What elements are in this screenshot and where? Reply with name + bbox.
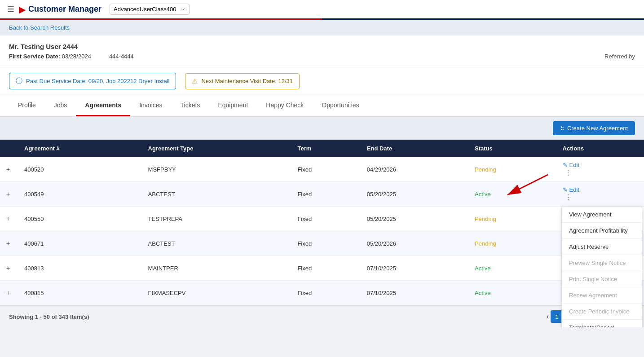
- agreement-num-cell: 400549: [18, 182, 142, 207]
- pagination-bar: Showing 1 - 50 of 343 Item(s) ‹ 1 2 3 4 …: [0, 305, 644, 327]
- col-end-date: End Date: [361, 140, 468, 157]
- first-service-value: 03/28/2024: [62, 53, 91, 60]
- create-new-agreement-button[interactable]: ⠷ Create New Agreement: [553, 121, 635, 135]
- edit-icon: ✎: [563, 186, 568, 193]
- info-icon: ⓘ: [16, 77, 22, 85]
- back-to-search-link[interactable]: Back to Search Results: [9, 24, 70, 31]
- customer-info-section: Mr. Testing User 2444 First Service Date…: [0, 35, 644, 67]
- customer-details-row: First Service Date: 03/28/2024 444-4444 …: [9, 53, 635, 60]
- expand-cell: +: [0, 281, 18, 305]
- of-label: of: [52, 313, 59, 320]
- hamburger-menu[interactable]: ☰: [7, 4, 14, 14]
- table-row: + 400813 MAINTPER Fixed 07/10/2025 Activ…: [0, 256, 644, 281]
- agreement-num-cell: 400813: [18, 256, 142, 281]
- status-cell: Pending: [468, 231, 556, 256]
- term-cell: Fixed: [291, 207, 360, 231]
- context-menu-item-create-periodic-invoice: Create Periodic Invoice: [562, 304, 642, 320]
- expand-button[interactable]: +: [6, 264, 10, 272]
- context-menu-item-terminate-cancel[interactable]: Terminate/Cancel: [562, 320, 642, 327]
- next-maintenance-alert: ⚠ Next Maintenance Visit Date: 12/31: [185, 73, 300, 89]
- end-date-cell: 05/20/2025: [361, 182, 468, 207]
- tab-opportunities[interactable]: Opportunities: [313, 95, 368, 116]
- expand-button[interactable]: +: [6, 215, 10, 222]
- total-value: 343: [59, 313, 69, 320]
- referred-by: Referred by: [604, 53, 635, 60]
- status-cell: Active: [468, 281, 556, 305]
- col-term: Term: [291, 140, 360, 157]
- col-agreement-type: Agreement Type: [142, 140, 291, 157]
- context-menu: View Agreement Agreement Profitability A…: [561, 206, 642, 327]
- expand-cell: +: [0, 256, 18, 281]
- agreement-type-cell: ABCTEST: [142, 231, 291, 256]
- agreement-num-cell: 400520: [18, 157, 142, 182]
- agreement-type-cell: MAINTPER: [142, 256, 291, 281]
- prev-page-button[interactable]: ‹: [547, 313, 549, 321]
- tab-agreements[interactable]: Agreements: [76, 95, 130, 116]
- context-menu-item-view-agreement[interactable]: View Agreement: [562, 207, 642, 223]
- table-row: + 400549 ABCTEST Fixed 05/20/2025 Active…: [0, 182, 644, 207]
- tab-jobs[interactable]: Jobs: [45, 95, 76, 116]
- more-options-button[interactable]: ⋮: [563, 193, 573, 202]
- tabs-bar: Profile Jobs Agreements Invoices Tickets…: [0, 95, 644, 117]
- term-cell: Fixed: [291, 231, 360, 256]
- agreement-type-cell: ABCTEST: [142, 182, 291, 207]
- context-menu-item-adjust-reserve[interactable]: Adjust Reserve: [562, 239, 642, 255]
- next-maintenance-text: Next Maintenance Visit Date: 12/31: [201, 78, 293, 84]
- past-due-text: Past Due Service Date: 09/20, Job 202212…: [26, 78, 169, 84]
- end-date-cell: 07/10/2025: [361, 256, 468, 281]
- table-row: + 400520 MSFPBYY Fixed 04/29/2026 Pendin…: [0, 157, 644, 182]
- first-service-date: First Service Date: 03/28/2024: [9, 53, 91, 60]
- tab-equipment[interactable]: Equipment: [209, 95, 257, 116]
- first-service-label: First Service Date:: [9, 53, 60, 60]
- past-due-alert: ⓘ Past Due Service Date: 09/20, Job 2022…: [9, 73, 176, 89]
- account-dropdown[interactable]: AdvancedUserClass400: [110, 4, 190, 15]
- agreement-num-cell: 400671: [18, 231, 142, 256]
- agreement-type-cell: TESTPREPA: [142, 207, 291, 231]
- context-menu-item-renew-agreement: Renew Agreement: [562, 287, 642, 304]
- customer-phone: 444-4444: [109, 53, 134, 60]
- col-status: Status: [468, 140, 556, 157]
- tab-invoices[interactable]: Invoices: [130, 95, 171, 116]
- expand-button[interactable]: +: [6, 190, 10, 198]
- term-cell: Fixed: [291, 182, 360, 207]
- end-date-cell: 04/29/2026: [361, 157, 468, 182]
- actions-cell: ✎ Edit ⋮: [556, 182, 644, 207]
- table-header-row: Agreement # Agreement Type Term End Date…: [0, 140, 644, 157]
- status-cell: Active: [468, 182, 556, 207]
- table-row: + 400671 ABCTEST Fixed 05/20/2026 Pendin…: [0, 231, 644, 256]
- agreement-type-cell: MSFPBYY: [142, 157, 291, 182]
- edit-link[interactable]: ✎ Edit: [563, 162, 638, 168]
- col-actions: Actions: [556, 140, 644, 157]
- status-cell: Pending: [468, 207, 556, 231]
- tab-tickets[interactable]: Tickets: [172, 95, 209, 116]
- status-cell: Active: [468, 256, 556, 281]
- edit-icon: ✎: [563, 162, 568, 168]
- agreements-table: Agreement # Agreement Type Term End Date…: [0, 140, 644, 305]
- col-expand: [0, 140, 18, 157]
- more-options-button[interactable]: ⋮: [563, 168, 573, 177]
- context-menu-item-agreement-profitability[interactable]: Agreement Profitability: [562, 223, 642, 239]
- brand-icon: ▶: [19, 4, 26, 15]
- table-row: + 400815 FIXMASECPV Fixed 07/10/2025 Act…: [0, 281, 644, 305]
- expand-button[interactable]: +: [6, 166, 10, 173]
- context-menu-item-preview-single-notice: Preview Single Notice: [562, 255, 642, 271]
- top-nav: ☰ ▶ Customer Manager AdvancedUserClass40…: [0, 0, 644, 20]
- create-agreement-label: Create New Agreement: [567, 125, 628, 132]
- expand-button[interactable]: +: [6, 240, 10, 247]
- edit-link[interactable]: ✎ Edit: [563, 186, 638, 193]
- tab-profile[interactable]: Profile: [9, 95, 45, 116]
- expand-button[interactable]: +: [6, 289, 10, 296]
- tab-happy-check[interactable]: Happy Check: [257, 95, 313, 116]
- expand-cell: +: [0, 207, 18, 231]
- app-title: Customer Manager: [28, 4, 101, 14]
- agreement-num-cell: 400550: [18, 207, 142, 231]
- expand-cell: +: [0, 231, 18, 256]
- end-date-cell: 05/20/2026: [361, 231, 468, 256]
- warning-icon: ⚠: [192, 77, 198, 85]
- plus-icon: ⠷: [560, 125, 565, 132]
- end-date-cell: 07/10/2025: [361, 281, 468, 305]
- context-menu-item-print-single-notice: Print Single Notice: [562, 271, 642, 287]
- range-value: 1 - 50: [35, 313, 50, 320]
- agreement-type-cell: FIXMASECPV: [142, 281, 291, 305]
- col-agreement-num: Agreement #: [18, 140, 142, 157]
